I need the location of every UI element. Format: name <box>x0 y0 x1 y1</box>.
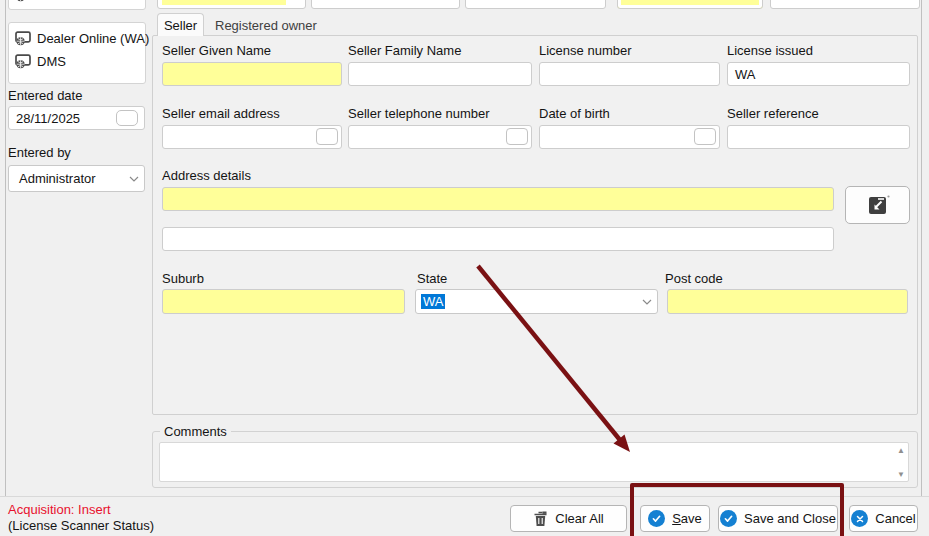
entered-date-picker-button[interactable] <box>116 110 138 126</box>
suburb-input[interactable] <box>162 289 405 314</box>
state-selected-value: WA <box>421 294 445 309</box>
state-label: State <box>417 271 447 286</box>
license-scanner-status-text: (License Scanner Status) <box>8 518 154 533</box>
license-scanner-icon <box>15 54 33 69</box>
save-and-close-button[interactable]: Save and Close <box>718 505 838 532</box>
seller-email-input[interactable] <box>162 125 342 149</box>
top-partial-field-4[interactable] <box>617 0 763 9</box>
license-number-label: License number <box>539 43 632 58</box>
right-panel-border <box>921 0 922 496</box>
top-partial-field-1-highlight <box>162 0 286 5</box>
seller-reference-label: Seller reference <box>727 106 819 121</box>
x-icon <box>851 510 868 527</box>
scanner-source-panel: Dealer Online (WA) DMS <box>8 22 146 84</box>
entered-by-value: Administrator <box>14 171 96 186</box>
seller-family-name-label: Seller Family Name <box>348 43 461 58</box>
license-issued-label: License issued <box>727 43 813 58</box>
source-item-dealer-online[interactable]: Dealer Online (WA) <box>15 31 149 46</box>
footer-divider <box>0 496 929 497</box>
address-import-button[interactable] <box>845 186 910 224</box>
save-and-close-label: Save and Close <box>744 511 836 526</box>
tab-registered-owner[interactable]: Registered owner <box>215 15 317 35</box>
postcode-input[interactable] <box>667 289 908 314</box>
chevron-down-icon <box>129 176 139 182</box>
state-combobox[interactable]: WA <box>415 289 658 314</box>
license-scanner-icon <box>15 31 33 46</box>
check-icon <box>720 510 737 527</box>
seller-given-name-label: Seller Given Name <box>162 43 271 58</box>
source-item-label: DMS <box>37 54 66 69</box>
suburb-label: Suburb <box>162 271 204 286</box>
chevron-down-icon <box>642 299 652 305</box>
left-panel-border <box>5 0 6 496</box>
scanner-source-panel-partial <box>8 0 146 10</box>
seller-telephone-label: Seller telephone number <box>348 106 490 121</box>
tab-seller[interactable]: Seller <box>157 13 204 36</box>
seller-email-action-button[interactable] <box>316 128 338 145</box>
check-icon <box>648 510 665 527</box>
scroll-up-icon[interactable]: ▲ <box>897 447 905 455</box>
seller-family-name-input[interactable] <box>348 62 532 86</box>
seller-telephone-action-button[interactable] <box>506 128 528 145</box>
cancel-button[interactable]: Cancel <box>849 505 918 532</box>
seller-reference-input[interactable] <box>727 125 910 149</box>
license-issued-input[interactable]: WA <box>727 62 910 86</box>
date-of-birth-label: Date of birth <box>539 106 610 121</box>
clear-all-label: Clear All <box>555 511 603 526</box>
seller-given-name-input[interactable] <box>162 62 342 86</box>
top-partial-field-3[interactable] <box>465 0 606 9</box>
postcode-label: Post code <box>665 271 723 286</box>
address-details-label: Address details <box>162 168 251 183</box>
address-line2-input[interactable] <box>162 227 834 251</box>
cancel-label: Cancel <box>875 511 915 526</box>
address-line1-input[interactable] <box>162 187 834 211</box>
tab-seller-label: Seller <box>164 18 197 33</box>
top-partial-field-2[interactable] <box>311 0 460 9</box>
import-address-icon <box>865 193 891 217</box>
scroll-down-icon[interactable]: ▼ <box>897 471 905 479</box>
source-item-dms[interactable]: DMS <box>15 54 66 69</box>
license-number-input[interactable] <box>539 62 720 86</box>
seller-email-label: Seller email address <box>162 106 280 121</box>
acquisition-status-text: Acquisition: Insert <box>8 502 111 517</box>
seller-telephone-input[interactable] <box>348 125 532 149</box>
save-label: Save <box>672 511 702 526</box>
date-of-birth-picker-button[interactable] <box>694 128 716 145</box>
entered-date-value: 28/11/2025 <box>16 111 80 126</box>
comments-textarea[interactable] <box>159 442 909 482</box>
entered-by-dropdown[interactable]: Administrator <box>8 165 145 192</box>
tab-registered-owner-label: Registered owner <box>215 18 317 33</box>
top-partial-field-5[interactable] <box>770 0 920 9</box>
clear-all-button[interactable]: Clear All <box>510 505 627 532</box>
license-scanner-icon <box>15 0 33 2</box>
acquisition-window: Dealer Online (WA) DMS Entered date 28/1… <box>0 0 929 536</box>
date-of-birth-input[interactable] <box>539 125 720 149</box>
entered-by-label: Entered by <box>8 145 71 160</box>
license-issued-value: WA <box>735 67 755 82</box>
entered-date-label: Entered date <box>8 88 82 103</box>
comments-label: Comments <box>160 424 231 439</box>
seller-tab-panel <box>152 35 918 415</box>
source-item-label: Dealer Online (WA) <box>37 31 149 46</box>
save-button[interactable]: Save <box>640 505 710 532</box>
trash-icon <box>533 511 548 527</box>
top-partial-field-1[interactable] <box>157 0 306 9</box>
